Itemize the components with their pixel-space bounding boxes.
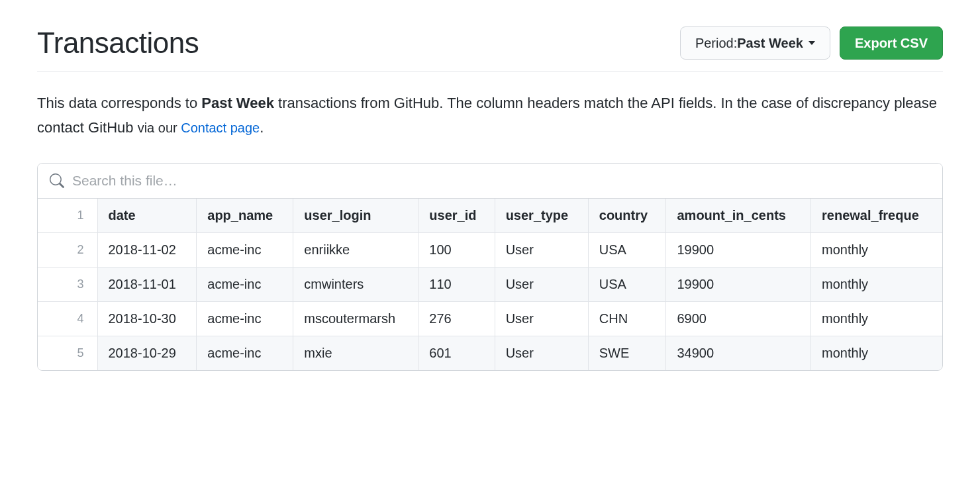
search-input[interactable] bbox=[72, 173, 930, 189]
table-cell: 19900 bbox=[666, 232, 811, 267]
header-actions: Period: Past Week Export CSV bbox=[680, 26, 943, 60]
table-row: 52018-10-29acme-incmxie601UserSWE34900mo… bbox=[38, 336, 942, 370]
intro-text: This data corresponds to Past Week trans… bbox=[37, 91, 943, 140]
table-cell: acme-inc bbox=[197, 301, 293, 336]
intro-pre: This data corresponds to bbox=[37, 95, 201, 111]
table-cell: 110 bbox=[418, 267, 495, 301]
table-cell: 100 bbox=[418, 232, 495, 267]
intro-after: . bbox=[260, 119, 264, 136]
table-cell: 276 bbox=[418, 301, 495, 336]
line-number: 2 bbox=[38, 232, 97, 267]
search-bar bbox=[38, 164, 942, 199]
table-cell: USA bbox=[588, 232, 666, 267]
table-cell: enriikke bbox=[293, 232, 418, 267]
table-cell: User bbox=[495, 267, 588, 301]
table-cell: acme-inc bbox=[197, 336, 293, 370]
table-cell: monthly bbox=[811, 232, 942, 267]
table-cell: mxie bbox=[293, 336, 418, 370]
table-cell: 2018-11-01 bbox=[97, 267, 197, 301]
line-number: 1 bbox=[38, 199, 97, 233]
contact-page-link[interactable]: Contact page bbox=[181, 121, 260, 135]
intro-period: Past Week bbox=[201, 95, 274, 111]
column-header: user_id bbox=[418, 199, 495, 233]
table-cell: monthly bbox=[811, 301, 942, 336]
search-icon bbox=[50, 173, 64, 188]
table-cell: 601 bbox=[418, 336, 495, 370]
page-header: Transactions Period: Past Week Export CS… bbox=[37, 26, 943, 72]
table-cell: 34900 bbox=[666, 336, 811, 370]
table-row: 32018-11-01acme-inccmwinters110UserUSA19… bbox=[38, 267, 942, 301]
table-cell: 2018-10-30 bbox=[97, 301, 197, 336]
table-cell: User bbox=[495, 301, 588, 336]
table-cell: monthly bbox=[811, 267, 942, 301]
table-cell: 2018-10-29 bbox=[97, 336, 197, 370]
file-box: 1dateapp_nameuser_loginuser_iduser_typec… bbox=[37, 163, 943, 371]
table-cell: acme-inc bbox=[197, 267, 293, 301]
line-number: 4 bbox=[38, 301, 97, 336]
column-header: app_name bbox=[197, 199, 293, 233]
export-csv-button[interactable]: Export CSV bbox=[840, 26, 943, 60]
column-header: renewal_freque bbox=[811, 199, 942, 233]
table-cell: acme-inc bbox=[197, 232, 293, 267]
table-cell: User bbox=[495, 232, 588, 267]
table-row: 22018-11-02acme-incenriikke100UserUSA199… bbox=[38, 232, 942, 267]
line-number: 3 bbox=[38, 267, 97, 301]
table-cell: User bbox=[495, 336, 588, 370]
page-title: Transactions bbox=[37, 26, 199, 60]
intro-via: via our Contact page bbox=[138, 121, 260, 135]
intro-via-text: via our bbox=[138, 121, 181, 135]
period-value: Past Week bbox=[737, 35, 803, 51]
column-header: date bbox=[97, 199, 197, 233]
transactions-table: 1dateapp_nameuser_loginuser_iduser_typec… bbox=[38, 199, 942, 370]
table-cell: 6900 bbox=[666, 301, 811, 336]
line-number: 5 bbox=[38, 336, 97, 370]
table-cell: cmwinters bbox=[293, 267, 418, 301]
period-dropdown[interactable]: Period: Past Week bbox=[680, 26, 830, 60]
table-cell: CHN bbox=[588, 301, 666, 336]
column-header: amount_in_cents bbox=[666, 199, 811, 233]
chevron-down-icon bbox=[808, 41, 815, 45]
table-cell: USA bbox=[588, 267, 666, 301]
column-header: user_type bbox=[495, 199, 588, 233]
column-header: user_login bbox=[293, 199, 418, 233]
table-cell: monthly bbox=[811, 336, 942, 370]
table-cell: 19900 bbox=[666, 267, 811, 301]
column-header: country bbox=[588, 199, 666, 233]
table-cell: 2018-11-02 bbox=[97, 232, 197, 267]
table-header-row: 1dateapp_nameuser_loginuser_iduser_typec… bbox=[38, 199, 942, 233]
table-wrap: 1dateapp_nameuser_loginuser_iduser_typec… bbox=[38, 199, 942, 370]
table-cell: mscoutermarsh bbox=[293, 301, 418, 336]
table-cell: SWE bbox=[588, 336, 666, 370]
period-prefix: Period: bbox=[695, 35, 737, 51]
table-row: 42018-10-30acme-incmscoutermarsh276UserC… bbox=[38, 301, 942, 336]
